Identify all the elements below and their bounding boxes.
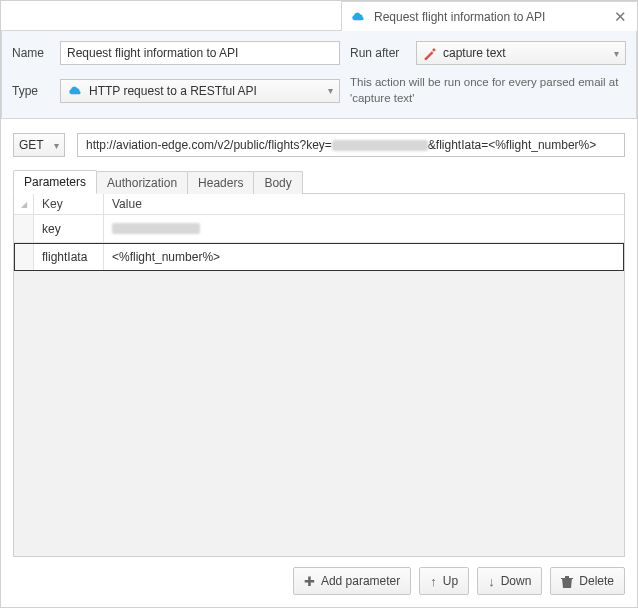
btn-label: Down xyxy=(501,574,532,588)
col-value: Value xyxy=(104,194,624,214)
plus-icon: ✚ xyxy=(304,575,315,588)
cell-key[interactable]: flightIata xyxy=(34,243,104,270)
tabs: Parameters Authorization Headers Body xyxy=(13,170,625,194)
cell-value[interactable] xyxy=(104,215,624,242)
params-body: keyflightIata<%flight_number%> xyxy=(14,215,624,271)
http-method-combo[interactable]: GET ▾ xyxy=(13,133,65,157)
titlebar-row: Request flight information to API ✕ xyxy=(1,1,637,31)
cloud-icon xyxy=(350,11,366,23)
url-prefix: http://aviation-edge.com/v2/public/fligh… xyxy=(86,138,332,152)
params-header: ◢ Key Value xyxy=(14,194,624,215)
redacted-value xyxy=(112,223,200,234)
tab-headers[interactable]: Headers xyxy=(187,171,254,194)
cell-key[interactable]: key xyxy=(34,215,104,242)
btn-label: Up xyxy=(443,574,458,588)
down-button[interactable]: ↓ Down xyxy=(477,567,542,595)
name-label: Name xyxy=(12,46,50,60)
capture-icon xyxy=(423,46,437,60)
chevron-down-icon: ▾ xyxy=(328,85,333,96)
svg-rect-0 xyxy=(432,48,436,52)
titlebar: Request flight information to API ✕ xyxy=(341,1,637,31)
btn-label: Delete xyxy=(579,574,614,588)
titlebar-spacer xyxy=(1,1,341,31)
table-row[interactable]: key xyxy=(14,215,624,243)
url-suffix: &flightIata=<%flight_number%> xyxy=(428,138,596,152)
chevron-down-icon: ▾ xyxy=(54,140,59,151)
type-value: HTTP request to a RESTful API xyxy=(89,84,257,98)
tab-body[interactable]: Body xyxy=(253,171,302,194)
table-row[interactable]: flightIata<%flight_number%> xyxy=(14,243,624,271)
request-row: GET ▾ http://aviation-edge.com/v2/public… xyxy=(13,133,625,157)
tab-content: ◢ Key Value keyflightIata<%flight_number… xyxy=(13,193,625,557)
runafter-combo[interactable]: capture text ▾ xyxy=(416,41,626,65)
form-area: Name Run after capture text ▾ Type HTTP … xyxy=(1,31,637,119)
tab-authorization[interactable]: Authorization xyxy=(96,171,188,194)
tab-parameters[interactable]: Parameters xyxy=(13,170,97,194)
delete-button[interactable]: Delete xyxy=(550,567,625,595)
arrow-down-icon: ↓ xyxy=(488,575,495,588)
cloud-icon xyxy=(67,85,83,97)
runafter-note: This action will be run once for every p… xyxy=(350,75,626,106)
arrow-up-icon: ↑ xyxy=(430,575,437,588)
btn-label: Add parameter xyxy=(321,574,400,588)
close-icon[interactable]: ✕ xyxy=(612,8,629,26)
runafter-value: capture text xyxy=(443,46,506,60)
type-label: Type xyxy=(12,84,50,98)
table-empty-area xyxy=(14,271,624,556)
row-handle[interactable] xyxy=(14,215,34,242)
row-handle-header: ◢ xyxy=(14,194,34,214)
trash-icon xyxy=(561,575,573,588)
up-button[interactable]: ↑ Up xyxy=(419,567,469,595)
runafter-label: Run after xyxy=(350,46,406,60)
button-row: ✚ Add parameter ↑ Up ↓ Down Delete xyxy=(13,557,625,595)
dialog-window: Request flight information to API ✕ Name… xyxy=(0,0,638,608)
window-title: Request flight information to API xyxy=(374,10,545,24)
add-parameter-button[interactable]: ✚ Add parameter xyxy=(293,567,411,595)
main-area: GET ▾ http://aviation-edge.com/v2/public… xyxy=(1,119,637,607)
row-handle[interactable] xyxy=(14,243,34,270)
cell-value[interactable]: <%flight_number%> xyxy=(104,243,624,270)
chevron-down-icon: ▾ xyxy=(614,48,619,59)
type-combo[interactable]: HTTP request to a RESTful API ▾ xyxy=(60,79,340,103)
url-redacted xyxy=(332,140,428,151)
col-key: Key xyxy=(34,194,104,214)
http-method-value: GET xyxy=(19,138,44,152)
name-input[interactable] xyxy=(60,41,340,65)
url-input[interactable]: http://aviation-edge.com/v2/public/fligh… xyxy=(77,133,625,157)
